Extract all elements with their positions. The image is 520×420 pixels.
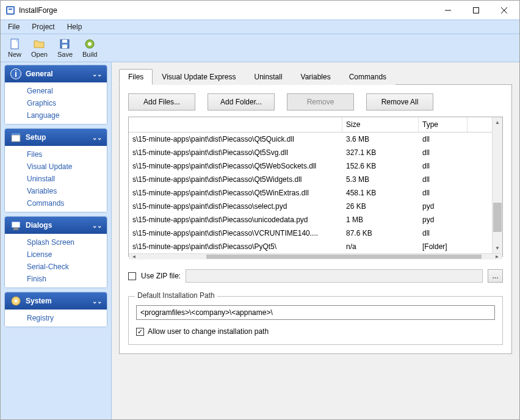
horizontal-scrollbar[interactable]: ◄ ► xyxy=(129,253,502,259)
file-row[interactable]: s\15-minute-apps\paint\dist\Piecasso\Qt5… xyxy=(129,173,492,186)
sidebar-item-registry[interactable]: Registry xyxy=(5,312,107,324)
panel-title: System xyxy=(26,297,92,305)
file-size-cell: 3.6 MB xyxy=(342,135,419,143)
file-list-header: Size Type xyxy=(129,117,492,132)
sidebar-item-license[interactable]: License xyxy=(5,248,107,261)
add-folder-button[interactable]: Add Folder... xyxy=(208,93,275,110)
file-size-cell: 5.3 MB xyxy=(342,175,419,184)
add-files-button[interactable]: Add Files... xyxy=(128,93,195,110)
system-gear-icon xyxy=(10,295,22,307)
sidebar-item-commands[interactable]: Commands xyxy=(5,197,107,209)
open-button[interactable]: Open xyxy=(26,37,52,59)
sidebar-item-visual-update[interactable]: Visual Update xyxy=(5,161,107,173)
tab-uninstall[interactable]: Uninstall xyxy=(245,69,292,85)
maximize-button[interactable] xyxy=(462,1,490,20)
col-header-name[interactable] xyxy=(129,117,342,132)
new-file-icon xyxy=(9,38,21,50)
col-header-type[interactable]: Type xyxy=(419,117,468,132)
file-type-cell: dll xyxy=(419,175,468,184)
build-button[interactable]: Build xyxy=(78,37,102,59)
tab-files[interactable]: Files xyxy=(119,69,153,85)
hscroll-thumb[interactable] xyxy=(206,255,482,259)
scroll-up-icon[interactable]: ▲ xyxy=(493,117,502,128)
sidebar[interactable]: i General ⌄⌄ General Graphics Language S… xyxy=(1,62,112,419)
file-list: Size Type s\15-minute-apps\paint\dist\Pi… xyxy=(128,117,503,257)
sidebar-item-files[interactable]: Files xyxy=(5,148,107,161)
scroll-right-icon[interactable]: ► xyxy=(492,254,502,259)
panel-header-setup[interactable]: Setup ⌄⌄ xyxy=(5,129,107,146)
browse-zip-button[interactable]: ... xyxy=(488,269,503,283)
panel-header-dialogs[interactable]: Dialogs ⌄⌄ xyxy=(5,217,107,234)
toolbar-label: New xyxy=(8,51,21,58)
svg-point-20 xyxy=(15,300,18,303)
file-size-cell: 26 KB xyxy=(342,202,419,211)
sidebar-item-uninstall[interactable]: Uninstall xyxy=(5,173,107,185)
file-name-cell: s\15-minute-apps\paint\dist\Piecasso\PyQ… xyxy=(129,242,342,251)
remove-all-button[interactable]: Remove All xyxy=(366,93,433,110)
file-type-cell: dll xyxy=(419,189,468,197)
menu-project[interactable]: Project xyxy=(26,21,60,32)
scroll-down-icon[interactable]: ▼ xyxy=(493,243,502,253)
screen-icon xyxy=(10,219,22,231)
file-row[interactable]: s\15-minute-apps\paint\dist\Piecasso\Qt5… xyxy=(129,146,492,159)
tab-commands[interactable]: Commands xyxy=(340,69,395,85)
svg-rect-4 xyxy=(474,7,479,13)
sidebar-item-splash[interactable]: Splash Screen xyxy=(5,236,107,248)
sidebar-item-general[interactable]: General xyxy=(5,85,107,97)
file-row[interactable]: s\15-minute-apps\paint\dist\Piecasso\sel… xyxy=(129,200,492,213)
menu-help[interactable]: Help xyxy=(61,21,88,32)
install-path-fieldset: Default Installation Path ✓ Allow user t… xyxy=(128,296,503,345)
file-name-cell: s\15-minute-apps\paint\dist\Piecasso\Qt5… xyxy=(129,162,342,170)
new-button[interactable]: New xyxy=(3,37,26,59)
svg-rect-10 xyxy=(62,45,67,48)
scroll-left-icon[interactable]: ◄ xyxy=(129,254,139,259)
folder-open-icon xyxy=(33,38,45,50)
sidebar-item-serial[interactable]: Serial-Check xyxy=(5,261,107,273)
tab-content-files: Add Files... Add Folder... Remove Remove… xyxy=(119,85,512,354)
col-header-size[interactable]: Size xyxy=(342,117,419,132)
file-row[interactable]: s\15-minute-apps\paint\dist\Piecasso\Qt5… xyxy=(129,186,492,200)
sidebar-item-variables[interactable]: Variables xyxy=(5,185,107,197)
save-icon xyxy=(59,38,71,50)
use-zip-checkbox[interactable] xyxy=(128,272,136,280)
titlebar: InstallForge xyxy=(1,1,519,20)
tab-variables[interactable]: Variables xyxy=(292,69,340,85)
panel-header-general[interactable]: i General ⌄⌄ xyxy=(5,65,107,82)
install-path-input[interactable] xyxy=(136,305,495,320)
tab-visual-update[interactable]: Visual Update Express xyxy=(153,69,245,85)
file-row[interactable]: s\15-minute-apps\paint\dist\Piecasso\VCR… xyxy=(129,226,492,240)
file-rows[interactable]: s\15-minute-apps\paint\dist\Piecasso\Qt5… xyxy=(129,132,492,253)
file-row[interactable]: s\15-minute-apps\paint\dist\Piecasso\Qt5… xyxy=(129,159,492,173)
allow-change-checkbox[interactable]: ✓ xyxy=(136,328,144,336)
panel-dialogs: Dialogs ⌄⌄ Splash Screen License Serial-… xyxy=(4,216,107,288)
sidebar-item-finish[interactable]: Finish xyxy=(5,273,107,285)
sidebar-item-graphics[interactable]: Graphics xyxy=(5,97,107,109)
file-row[interactable]: s\15-minute-apps\paint\dist\Piecasso\uni… xyxy=(129,213,492,226)
save-button[interactable]: Save xyxy=(52,37,78,59)
file-type-cell: pyd xyxy=(419,202,468,211)
minimize-button[interactable] xyxy=(434,1,462,20)
remove-button[interactable]: Remove xyxy=(287,93,354,110)
close-button[interactable] xyxy=(490,1,518,20)
file-type-cell: dll xyxy=(419,229,468,237)
allow-change-label: Allow user to change installation path xyxy=(148,327,269,336)
toolbar-label: Open xyxy=(31,51,48,58)
menu-file[interactable]: File xyxy=(2,21,26,32)
panel-setup: Setup ⌄⌄ Files Visual Update Uninstall V… xyxy=(4,128,107,212)
menubar: File Project Help xyxy=(1,20,519,34)
file-name-cell: s\15-minute-apps\paint\dist\Piecasso\Qt5… xyxy=(129,148,342,157)
file-size-cell: 87.6 KB xyxy=(342,229,419,237)
zip-file-input xyxy=(186,269,483,283)
file-row[interactable]: s\15-minute-apps\paint\dist\Piecasso\PyQ… xyxy=(129,240,492,253)
file-row[interactable]: s\15-minute-apps\paint\dist\Piecasso\Qt5… xyxy=(129,132,492,146)
scroll-thumb[interactable] xyxy=(493,203,502,232)
box-icon xyxy=(10,131,22,143)
sidebar-item-language[interactable]: Language xyxy=(5,109,107,121)
panel-header-system[interactable]: System ⌄⌄ xyxy=(5,292,107,310)
svg-rect-16 xyxy=(12,135,20,142)
fieldset-legend: Default Installation Path xyxy=(135,291,217,300)
svg-rect-17 xyxy=(12,133,20,135)
svg-text:i: i xyxy=(15,69,17,79)
vertical-scrollbar[interactable]: ▲ ▼ xyxy=(492,117,502,253)
file-type-cell: dll xyxy=(419,148,468,157)
